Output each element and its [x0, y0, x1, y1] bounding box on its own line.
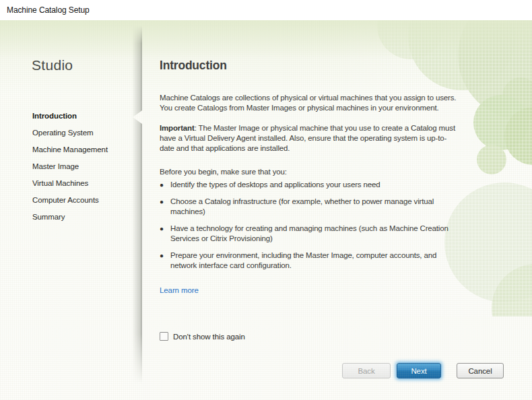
sidebar-item-master-image: Master Image: [32, 158, 108, 175]
page-title: Introduction: [160, 57, 503, 73]
sidebar-item-machine-management: Machine Management: [32, 141, 108, 158]
active-step-pointer: [133, 110, 142, 124]
cancel-button[interactable]: Cancel: [457, 363, 504, 378]
next-button[interactable]: Next: [397, 363, 441, 378]
bullet-icon: [160, 197, 170, 217]
sidebar-item-introduction: Introduction: [32, 108, 108, 125]
sidebar-item-operating-system: Operating System: [32, 125, 108, 141]
window-titlebar: Machine Catalog Setup: [0, 0, 532, 20]
sidebar-item-summary: Summary: [32, 209, 108, 226]
list-item: Identify the types of desktops and appli…: [160, 180, 503, 190]
dont-show-row[interactable]: Don't show this again: [160, 332, 245, 341]
wizard-content: Introduction Machine Catalogs are collec…: [160, 57, 503, 296]
bullet-icon: [160, 251, 170, 271]
studio-logo: Studio: [32, 57, 73, 73]
list-item: Prepare your environment, including the …: [160, 251, 503, 271]
back-button[interactable]: Back: [342, 363, 391, 378]
checklist: Identify the types of desktops and appli…: [160, 180, 503, 271]
important-label: Important: [160, 124, 195, 132]
sidebar-item-computer-accounts: Computer Accounts: [32, 192, 108, 209]
wizard-steps: Introduction Operating System Machine Ma…: [32, 108, 108, 226]
learn-more-link[interactable]: Learn more: [160, 286, 199, 294]
important-paragraph: Important: The Master Image or physical …: [160, 123, 503, 154]
list-item: Have a technology for creating and manag…: [160, 224, 503, 244]
intro-paragraph: Machine Catalogs are collections of phys…: [160, 93, 503, 113]
header-gradient: [0, 20, 532, 59]
window-title: Machine Catalog Setup: [7, 5, 90, 15]
bullet-icon: [160, 180, 170, 190]
important-text: : The Master Image or physical machine t…: [160, 124, 455, 152]
bullet-icon: [160, 224, 170, 244]
dont-show-label: Don't show this again: [173, 333, 245, 341]
wizard-window: Machine Catalog Setup Studio Introductio…: [0, 0, 532, 400]
list-item: Choose a Catalog infrastructure (for exa…: [160, 197, 503, 217]
sidebar-item-virtual-machines: Virtual Machines: [32, 175, 108, 192]
machine-catalog-setup-dialog: Studio Introduction Operating System Mac…: [0, 20, 532, 400]
sidebar-divider: [132, 26, 142, 384]
dont-show-checkbox[interactable]: [160, 332, 168, 341]
before-you-begin-text: Before you begin, make sure that you:: [160, 167, 503, 177]
